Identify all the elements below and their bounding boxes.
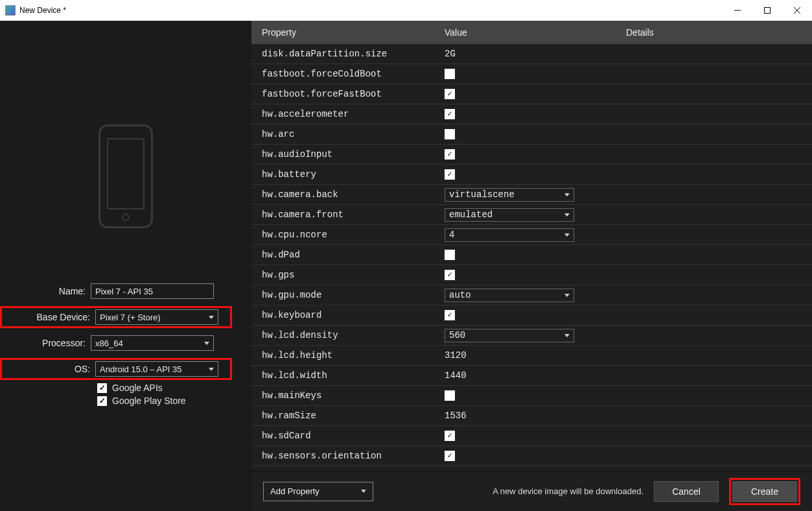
property-name: hw.battery [251, 169, 433, 180]
property-name: hw.camera.back [251, 189, 433, 200]
table-row[interactable]: hw.sensors.orientation [251, 446, 812, 466]
chevron-down-icon [209, 316, 214, 319]
google-play-checkbox[interactable] [97, 396, 107, 406]
property-value-cell [433, 390, 614, 401]
property-value-cell [433, 431, 614, 441]
property-text-value[interactable]: 1440 [445, 370, 467, 381]
add-property-label: Add Property [270, 486, 319, 496]
property-text-value[interactable]: 1536 [445, 410, 467, 421]
os-highlight: OS: Android 15.0 – API 35 [0, 358, 232, 380]
property-checkbox[interactable] [445, 390, 455, 401]
header-property[interactable]: Property [251, 27, 433, 38]
property-checkbox[interactable] [445, 69, 455, 79]
table-row[interactable]: disk.dataPartition.size2G [251, 44, 812, 64]
app-icon [5, 5, 16, 16]
property-checkbox[interactable] [445, 310, 455, 320]
cancel-button[interactable]: Cancel [654, 481, 719, 502]
header-details[interactable]: Details [614, 27, 812, 38]
google-apis-label: Google APIs [112, 383, 163, 393]
table-row[interactable]: hw.camera.backvirtualscene [251, 185, 812, 205]
property-checkbox[interactable] [445, 109, 455, 119]
property-name: hw.mainKeys [251, 390, 433, 401]
base-device-label: Base Device: [5, 312, 95, 322]
property-checkbox[interactable] [445, 89, 455, 99]
property-value-cell: virtualscene [433, 188, 614, 202]
property-value-cell: 4 [433, 228, 614, 242]
download-message: A new device image will be downloaded. [493, 486, 644, 496]
property-dropdown-value: 4 [449, 230, 454, 240]
property-value-cell [433, 149, 614, 160]
table-row[interactable]: hw.lcd.height3120 [251, 346, 812, 366]
property-dropdown-value: virtualscene [449, 189, 515, 200]
table-row[interactable]: hw.dPad [251, 245, 812, 265]
property-name: hw.sensors.orientation [251, 451, 433, 461]
table-row[interactable]: fastboot.forceColdBoot [251, 64, 812, 84]
titlebar: New Device * [0, 0, 812, 21]
table-row[interactable]: hw.gps [251, 265, 812, 285]
property-dropdown[interactable]: 4 [445, 228, 574, 242]
property-text-value[interactable]: 2G [445, 49, 456, 59]
property-name: hw.gps [251, 270, 433, 280]
table-row[interactable]: hw.lcd.density560 [251, 326, 812, 346]
property-name: hw.lcd.width [251, 370, 433, 381]
property-value-cell: 2G [433, 49, 614, 59]
property-value-cell [433, 250, 614, 260]
window-minimize-button[interactable] [723, 0, 752, 21]
processor-dropdown[interactable]: x86_64 [91, 335, 214, 351]
property-checkbox[interactable] [445, 270, 455, 280]
base-device-dropdown[interactable]: Pixel 7 (+ Store) [95, 309, 218, 325]
window-close-button[interactable] [782, 0, 812, 21]
property-dropdown-value: 560 [449, 330, 465, 340]
property-dropdown[interactable]: auto [445, 289, 574, 302]
property-name: hw.camera.front [251, 209, 433, 220]
table-row[interactable]: hw.gpu.modeauto [251, 285, 812, 305]
table-row[interactable]: fastboot.forceFastBoot [251, 84, 812, 104]
table-row[interactable]: hw.cpu.ncore4 [251, 225, 812, 245]
os-label: OS: [5, 364, 95, 374]
base-device-highlight: Base Device: Pixel 7 (+ Store) [0, 306, 232, 328]
property-checkbox[interactable] [445, 169, 455, 180]
table-row[interactable]: hw.lcd.width1440 [251, 366, 812, 386]
table-row[interactable]: hw.accelerometer [251, 104, 812, 125]
property-dropdown[interactable]: virtualscene [445, 188, 574, 202]
header-value[interactable]: Value [433, 27, 614, 38]
property-name: disk.dataPartition.size [251, 49, 433, 59]
window-maximize-button[interactable] [752, 0, 782, 21]
property-dropdown-value: auto [449, 290, 471, 300]
table-row[interactable]: hw.battery [251, 165, 812, 185]
property-value-cell [433, 69, 614, 79]
create-button[interactable]: Create [732, 481, 797, 502]
chevron-down-icon [361, 490, 366, 493]
property-checkbox[interactable] [445, 149, 455, 160]
property-value-cell [433, 129, 614, 139]
property-dropdown[interactable]: emulated [445, 208, 574, 222]
table-row[interactable]: hw.ramSize1536 [251, 406, 812, 426]
property-dropdown-value: emulated [449, 209, 493, 220]
name-input[interactable] [91, 283, 214, 299]
property-name: hw.arc [251, 129, 433, 139]
chevron-down-icon [564, 294, 570, 297]
property-checkbox[interactable] [445, 250, 455, 260]
property-name: hw.dPad [251, 250, 433, 260]
table-row[interactable]: hw.arc [251, 125, 812, 145]
google-apis-checkbox[interactable] [97, 383, 107, 393]
svg-rect-1 [765, 8, 771, 14]
property-value-cell: emulated [433, 208, 614, 222]
property-checkbox[interactable] [445, 451, 455, 461]
table-row[interactable]: hw.camera.frontemulated [251, 205, 812, 225]
window-title: New Device * [19, 6, 66, 15]
property-checkbox[interactable] [445, 129, 455, 139]
table-row[interactable]: hw.mainKeys [251, 386, 812, 406]
property-dropdown[interactable]: 560 [445, 329, 574, 342]
add-property-dropdown[interactable]: Add Property [263, 482, 373, 501]
os-value: Android 15.0 – API 35 [100, 364, 181, 374]
grid-body[interactable]: disk.dataPartition.size2Gfastboot.forceC… [251, 44, 812, 471]
os-dropdown[interactable]: Android 15.0 – API 35 [95, 361, 218, 377]
table-row[interactable]: hw.audioInput [251, 145, 812, 165]
chevron-down-icon [564, 233, 570, 237]
property-value-cell [433, 270, 614, 280]
property-text-value[interactable]: 3120 [445, 350, 467, 361]
table-row[interactable]: hw.keyboard [251, 305, 812, 326]
property-checkbox[interactable] [445, 431, 455, 441]
table-row[interactable]: hw.sdCard [251, 426, 812, 446]
